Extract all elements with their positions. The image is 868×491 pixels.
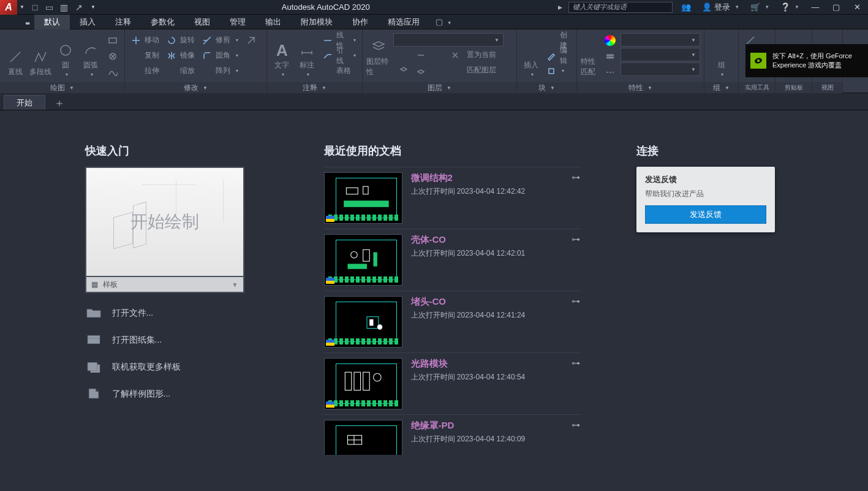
- annot-table-button[interactable]: 表格: [320, 64, 358, 78]
- panel-draw-title[interactable]: 绘图▼: [0, 82, 124, 93]
- draw-rect-icon[interactable]: [105, 33, 121, 48]
- tab-start[interactable]: 开始: [4, 95, 45, 110]
- exchange-icon[interactable]: 🛒▼: [748, 2, 772, 12]
- recent-item[interactable]: 光路模块上次打开时间 2023-04-04 12:40:54⊶: [324, 352, 581, 414]
- block-attr-button[interactable]: ▾: [544, 64, 573, 78]
- panel-annot-title[interactable]: 注释▼: [267, 82, 362, 93]
- panel-props-title[interactable]: 特性▼: [577, 82, 704, 93]
- annot-leader-button[interactable]: 引线▾: [320, 48, 358, 63]
- qat-new-icon[interactable]: □: [29, 2, 40, 13]
- layer-match-button[interactable]: 匹配图层: [393, 63, 510, 77]
- app-menu-caret[interactable]: ▼: [17, 4, 27, 10]
- recent-item[interactable]: 绝缘罩-PD上次打开时间 2023-04-04 12:40:09⊶: [324, 414, 581, 455]
- props-ltype-icon[interactable]: [602, 65, 618, 80]
- modify-stretch-button[interactable]: 拉伸: [129, 64, 162, 78]
- modify-array-button[interactable]: 阵列▾: [200, 64, 241, 78]
- quickstart-link-1[interactable]: 打开图纸集...: [85, 330, 269, 351]
- modify-move-button[interactable]: 移动: [129, 33, 162, 47]
- qat-save-icon[interactable]: ▥: [59, 2, 70, 13]
- link-icon: [85, 360, 102, 374]
- panel-view-title[interactable]: 视图: [812, 82, 842, 93]
- nvidia-overlay[interactable]: 按下 Alt+Z，使用 GeForce Experience 游戏内覆盖: [745, 44, 868, 77]
- menu-tab-8[interactable]: 协作: [342, 15, 378, 29]
- annot-dim-button[interactable]: 标注▾: [296, 32, 319, 77]
- ribbon-minimize-icon[interactable]: ▃: [23, 15, 32, 29]
- layer-setcurrent-button[interactable]: 置为当前: [393, 48, 510, 62]
- search-caret[interactable]: ▶: [558, 4, 562, 10]
- pin-icon[interactable]: ⊶: [572, 172, 580, 182]
- menu-tab-6[interactable]: 输出: [255, 15, 291, 29]
- draw-polyline-button[interactable]: 多段线: [29, 32, 51, 77]
- menu-tab-3[interactable]: 参数化: [141, 15, 184, 29]
- layer-combo[interactable]: ▼: [393, 33, 504, 47]
- draw-hatch-icon[interactable]: [105, 49, 121, 64]
- ribbon-overflow[interactable]: ▢ ▼: [436, 17, 452, 26]
- new-tab-button[interactable]: ＋: [50, 96, 69, 110]
- block-edit-button[interactable]: 编辑: [544, 48, 573, 63]
- modify-scale-button[interactable]: 缩放: [164, 64, 197, 78]
- template-dropdown[interactable]: ▦ 样板 ▼: [85, 277, 244, 293]
- recent-item[interactable]: 堵头-CO上次打开时间 2023-04-04 12:41:24⊶: [324, 291, 581, 352]
- pin-icon[interactable]: ⊶: [572, 420, 580, 430]
- template-label: 样板: [103, 280, 118, 290]
- quickstart-link-0[interactable]: 打开文件...: [85, 303, 269, 324]
- menu-tab-9[interactable]: 精选应用: [378, 15, 429, 29]
- menu-tab-0[interactable]: 默认: [34, 15, 70, 29]
- modify-mirror-button[interactable]: 镜像: [164, 48, 197, 63]
- modify-rotate-button[interactable]: 旋转: [164, 33, 197, 47]
- modify-trim-button[interactable]: 修剪▾: [200, 33, 241, 47]
- modify-copy-button[interactable]: 复制: [129, 48, 162, 63]
- draw-line-button[interactable]: 直线: [4, 32, 26, 77]
- a360-icon[interactable]: 👥: [679, 2, 693, 12]
- props-color-icon[interactable]: [602, 33, 618, 48]
- recent-meta: 上次打开时间 2023-04-04 12:42:42: [411, 186, 526, 197]
- panel-layer-title[interactable]: 图层▼: [363, 82, 516, 93]
- draw-spline-icon[interactable]: [105, 65, 121, 80]
- modify-offset-icon[interactable]: [243, 65, 259, 80]
- search-input[interactable]: 键入关键字或短语: [568, 2, 673, 13]
- maximize-button[interactable]: ▢: [829, 2, 843, 13]
- panel-util-title[interactable]: 实用工具: [739, 82, 775, 93]
- props-ltype-combo[interactable]: ▼: [621, 63, 700, 76]
- qat-share-icon[interactable]: ↗: [74, 2, 85, 13]
- layer-props-button[interactable]: 图层特性: [366, 32, 391, 77]
- minimize-button[interactable]: —: [808, 2, 823, 13]
- menu-tab-7[interactable]: 附加模块: [291, 15, 342, 29]
- modify-explode-icon[interactable]: [243, 49, 259, 64]
- recent-item[interactable]: 壳体-CO上次打开时间 2023-04-04 12:42:01⊶: [324, 229, 581, 291]
- modify-erase-icon[interactable]: [243, 33, 259, 48]
- start-drawing-card[interactable]: 开始绘制: [85, 167, 244, 277]
- menu-tab-5[interactable]: 管理: [220, 15, 255, 29]
- close-button[interactable]: ✕: [850, 2, 864, 13]
- pin-icon[interactable]: ⊶: [572, 358, 580, 368]
- props-match-button[interactable]: 特性匹配: [581, 32, 600, 77]
- panel-block-title[interactable]: 块▼: [517, 82, 576, 93]
- modify-fillet-button[interactable]: 圆角▾: [200, 48, 241, 63]
- quickstart-link-3[interactable]: 了解样例图形...: [85, 384, 269, 405]
- props-color-combo[interactable]: ▼: [621, 33, 700, 47]
- draw-arc-button[interactable]: 圆弧▾: [80, 32, 102, 77]
- pin-icon[interactable]: ⊶: [572, 296, 580, 306]
- qat-caret[interactable]: ▼: [88, 4, 98, 10]
- feedback-button[interactable]: 发送反馈: [645, 205, 766, 224]
- quickstart-link-2[interactable]: 联机获取更多样板: [85, 357, 269, 378]
- panel-clip-title[interactable]: 剪贴板: [776, 82, 812, 93]
- props-lweight-icon[interactable]: [602, 49, 618, 64]
- login-link[interactable]: 👤 登录 ▼: [700, 2, 742, 13]
- annot-text-button[interactable]: A文字▾: [271, 32, 293, 77]
- pin-icon[interactable]: ⊶: [572, 234, 580, 244]
- grid-icon: ▦: [91, 280, 98, 289]
- menu-tab-4[interactable]: 视图: [184, 15, 220, 29]
- props-lweight-combo[interactable]: ▼: [621, 48, 700, 61]
- draw-circle-button[interactable]: 圆▾: [55, 32, 77, 77]
- qat-open-icon[interactable]: ▭: [44, 2, 55, 13]
- group-button[interactable]: 组▾: [708, 32, 734, 77]
- block-insert-button[interactable]: 插入▾: [521, 32, 542, 77]
- recent-item[interactable]: 微调结构2上次打开时间 2023-04-04 12:42:42⊶: [324, 167, 581, 229]
- app-icon[interactable]: A: [0, 0, 17, 15]
- help-icon[interactable]: ❔▼: [778, 2, 802, 12]
- panel-group-title[interactable]: 组▼: [704, 82, 738, 93]
- menu-tab-2[interactable]: 注释: [105, 15, 141, 29]
- menu-tab-1[interactable]: 插入: [70, 15, 105, 29]
- panel-modify-title[interactable]: 修改▼: [125, 82, 266, 93]
